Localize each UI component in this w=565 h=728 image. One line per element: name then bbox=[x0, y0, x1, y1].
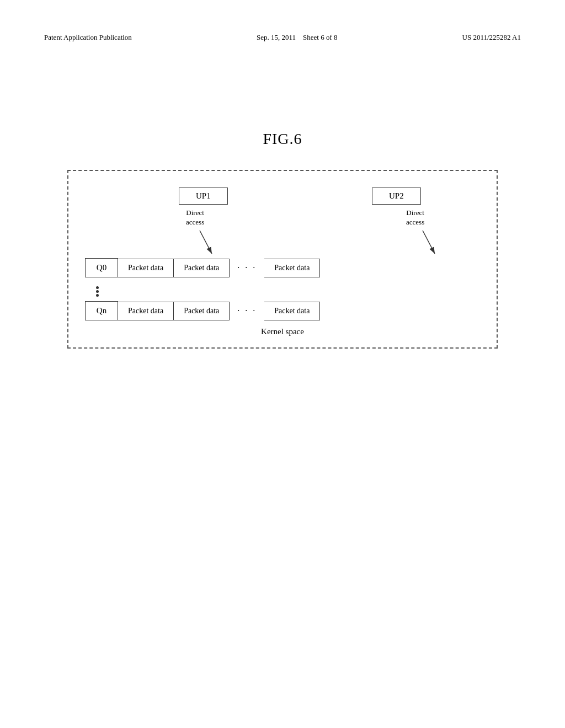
header-left: Patent Application Publication bbox=[44, 33, 132, 42]
qn-packet2: Packet data bbox=[174, 302, 230, 320]
vertical-dots bbox=[85, 282, 480, 301]
diagram-container: UP1 UP2 Directaccess Directaccess bbox=[67, 170, 498, 349]
q0-label: Q0 bbox=[85, 258, 118, 277]
figure-title: FIG.6 bbox=[44, 130, 521, 148]
qn-packet1: Packet data bbox=[118, 302, 174, 320]
header-date: Sep. 15, 2011 bbox=[257, 33, 296, 41]
q0-packet3: Packet data bbox=[264, 259, 320, 277]
kernel-space-label: Kernel space bbox=[85, 327, 480, 336]
q0-packet1: Packet data bbox=[118, 259, 174, 277]
qn-row: Qn Packet data Packet data · · · Packet … bbox=[85, 301, 480, 320]
qn-packet3: Packet data bbox=[264, 302, 320, 320]
svg-line-1 bbox=[200, 231, 212, 254]
up1-box: UP1 bbox=[179, 188, 228, 205]
qn-label: Qn bbox=[85, 301, 118, 320]
q0-packet2: Packet data bbox=[174, 259, 230, 277]
q0-row: Q0 Packet data Packet data · · · Packet … bbox=[85, 258, 480, 277]
header-sheet: Sheet 6 of 8 bbox=[303, 33, 337, 41]
svg-line-2 bbox=[423, 231, 435, 254]
up2-box: UP2 bbox=[372, 188, 421, 205]
q0-dots: · · · bbox=[230, 259, 264, 277]
arrows-svg bbox=[85, 208, 480, 258]
header-right: US 2011/225282 A1 bbox=[462, 33, 521, 42]
qn-dots: · · · bbox=[230, 302, 264, 320]
header-center: Sep. 15, 2011 Sheet 6 of 8 bbox=[257, 33, 338, 42]
page: Patent Application Publication Sep. 15, … bbox=[0, 0, 565, 728]
page-header: Patent Application Publication Sep. 15, … bbox=[44, 33, 521, 42]
